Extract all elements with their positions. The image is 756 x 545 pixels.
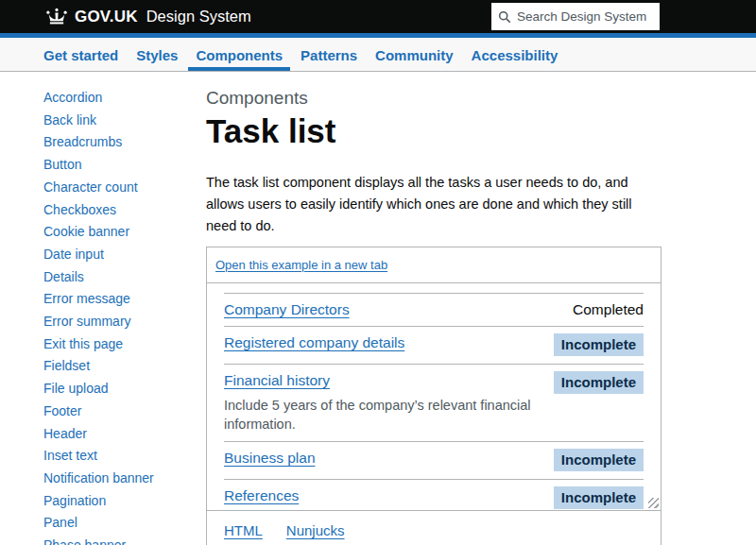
task-row: References Incomplete xyxy=(224,480,644,510)
page-description: The task list component displays all the… xyxy=(206,172,662,237)
task-list: Company Directors Completed Registered c… xyxy=(224,293,644,510)
example-frame: Open this example in a new tab Company D… xyxy=(206,247,662,545)
sidebar-item-error-summary[interactable]: Error summary xyxy=(43,311,197,333)
tab-get-started[interactable]: Get started xyxy=(36,38,126,71)
logo-text: GOV.UK xyxy=(75,8,138,26)
sidebar-item-checkboxes[interactable]: Checkboxes xyxy=(43,199,197,222)
sidebar-item-cookie-banner[interactable]: Cookie banner xyxy=(43,221,197,244)
task-link[interactable]: Registered company details xyxy=(224,334,404,350)
resize-handle[interactable] xyxy=(648,498,659,508)
sidebar-item-panel[interactable]: Panel xyxy=(43,512,197,535)
main-content: Components Task list The task list compo… xyxy=(206,72,756,545)
tab-community[interactable]: Community xyxy=(368,38,461,71)
task-link[interactable]: Company Directors xyxy=(224,301,350,317)
tab-patterns[interactable]: Patterns xyxy=(293,38,365,71)
sidebar-item-header[interactable]: Header xyxy=(43,423,197,446)
open-example-link[interactable]: Open this example in a new tab xyxy=(215,258,387,272)
sidebar-item-notification-banner[interactable]: Notification banner xyxy=(43,468,197,490)
sidebar-item-footer[interactable]: Footer xyxy=(43,400,197,423)
primary-navigation: Get started Styles Components Patterns C… xyxy=(0,38,756,72)
site-header: GOV.UK Design System xyxy=(0,0,756,33)
site-name: Design System xyxy=(146,8,251,26)
sidebar-item-details[interactable]: Details xyxy=(43,266,197,289)
crown-icon xyxy=(45,8,68,26)
example-code-tabs: HTML Nunjucks xyxy=(207,510,661,545)
example-preview: Company Directors Completed Registered c… xyxy=(207,283,661,510)
sidebar-item-error-message[interactable]: Error message xyxy=(43,288,197,311)
sidebar-item-button[interactable]: Button xyxy=(43,154,197,177)
task-row: Company Directors Completed xyxy=(224,293,644,327)
sidebar-item-fieldset[interactable]: Fieldset xyxy=(43,355,197,378)
sidebar-item-back-link[interactable]: Back link xyxy=(43,110,197,132)
task-link[interactable]: Financial history xyxy=(224,372,330,388)
tab-components[interactable]: Components xyxy=(188,38,290,71)
sidebar-item-pagination[interactable]: Pagination xyxy=(43,490,197,513)
tab-html[interactable]: HTML xyxy=(224,522,263,538)
status-badge: Incomplete xyxy=(554,449,644,471)
search-icon xyxy=(498,10,511,24)
search-box xyxy=(491,3,660,30)
task-row: Business plan Incomplete xyxy=(224,442,644,480)
sidebar-item-inset-text[interactable]: Inset text xyxy=(43,445,197,468)
sidebar-item-breadcrumbs[interactable]: Breadcrumbs xyxy=(43,131,197,154)
tab-nunjucks[interactable]: Nunjucks xyxy=(286,522,345,538)
task-link[interactable]: References xyxy=(224,487,299,503)
sidebar-item-character-count[interactable]: Character count xyxy=(43,177,197,199)
tab-styles[interactable]: Styles xyxy=(129,38,185,71)
page-title: Task list xyxy=(206,113,662,149)
sidebar-item-date-input[interactable]: Date input xyxy=(43,244,197,266)
components-sidebar: Accordion Back link Breadcrumbs Button C… xyxy=(0,72,206,545)
status-badge: Incomplete xyxy=(554,333,644,356)
page-caption: Components xyxy=(206,87,662,110)
sidebar-item-phase-banner[interactable]: Phase banner xyxy=(43,535,197,545)
sidebar-item-exit-this-page[interactable]: Exit this page xyxy=(43,333,197,356)
sidebar-item-accordion[interactable]: Accordion xyxy=(43,87,197,110)
sidebar-item-file-upload[interactable]: File upload xyxy=(43,378,197,400)
status-badge: Incomplete xyxy=(554,486,644,509)
search-input[interactable] xyxy=(517,9,653,24)
govuk-logo[interactable]: GOV.UK Design System xyxy=(45,8,251,26)
task-hint: Include 5 years of the company’s relevan… xyxy=(224,396,545,434)
task-row: Registered company details Incomplete xyxy=(224,327,644,365)
status-text: Completed xyxy=(573,300,644,318)
tab-accessibility[interactable]: Accessibility xyxy=(464,38,566,71)
status-badge: Incomplete xyxy=(554,371,644,394)
example-toolbar: Open this example in a new tab xyxy=(207,247,661,283)
task-row: Financial history Include 5 years of the… xyxy=(224,365,644,442)
task-link[interactable]: Business plan xyxy=(224,450,316,466)
